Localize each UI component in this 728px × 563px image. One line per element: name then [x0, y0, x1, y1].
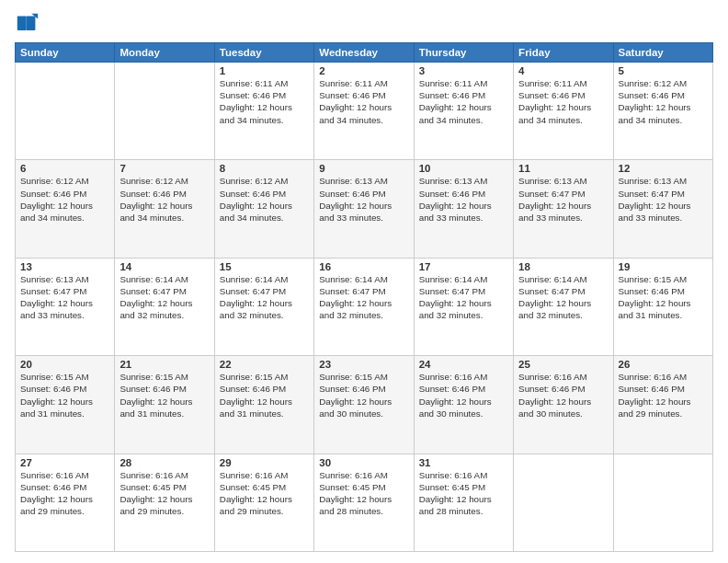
day-info: Sunrise: 6:11 AM Sunset: 6:46 PM Dayligh… [220, 77, 309, 126]
calendar-cell: 5Sunrise: 6:12 AM Sunset: 6:46 PM Daylig… [613, 63, 712, 160]
day-info: Sunrise: 6:14 AM Sunset: 6:47 PM Dayligh… [319, 273, 408, 322]
day-number: 26 [619, 359, 708, 370]
svg-rect-1 [17, 17, 27, 30]
day-number: 17 [419, 261, 508, 272]
day-number: 28 [119, 457, 209, 468]
day-info: Sunrise: 6:14 AM Sunset: 6:47 PM Dayligh… [119, 273, 209, 322]
calendar-week-row: 6Sunrise: 6:12 AM Sunset: 6:46 PM Daylig… [16, 160, 713, 258]
day-number: 8 [220, 163, 309, 174]
day-info: Sunrise: 6:13 AM Sunset: 6:47 PM Dayligh… [518, 175, 608, 224]
day-number: 30 [319, 457, 408, 468]
calendar-cell [613, 454, 712, 551]
day-number: 29 [220, 457, 309, 468]
day-number: 19 [619, 261, 708, 272]
day-number: 7 [119, 163, 209, 174]
day-number: 24 [419, 359, 508, 370]
calendar-cell: 15Sunrise: 6:14 AM Sunset: 6:47 PM Dayli… [214, 258, 313, 355]
day-number: 10 [419, 163, 508, 174]
day-info: Sunrise: 6:12 AM Sunset: 6:46 PM Dayligh… [220, 175, 309, 224]
day-info: Sunrise: 6:15 AM Sunset: 6:46 PM Dayligh… [319, 371, 408, 419]
calendar-cell: 2Sunrise: 6:11 AM Sunset: 6:46 PM Daylig… [314, 63, 414, 160]
day-number: 11 [518, 163, 608, 174]
calendar-week-row: 1Sunrise: 6:11 AM Sunset: 6:46 PM Daylig… [16, 63, 713, 160]
day-number: 2 [319, 65, 408, 76]
calendar-cell: 7Sunrise: 6:12 AM Sunset: 6:46 PM Daylig… [115, 160, 214, 258]
calendar-cell: 29Sunrise: 6:16 AM Sunset: 6:45 PM Dayli… [214, 454, 313, 551]
calendar-week-row: 13Sunrise: 6:13 AM Sunset: 6:47 PM Dayli… [16, 258, 713, 355]
day-info: Sunrise: 6:16 AM Sunset: 6:45 PM Dayligh… [220, 469, 309, 518]
calendar-cell: 22Sunrise: 6:15 AM Sunset: 6:46 PM Dayli… [214, 356, 313, 454]
calendar-cell: 19Sunrise: 6:15 AM Sunset: 6:46 PM Dayli… [613, 258, 712, 355]
calendar-cell: 10Sunrise: 6:13 AM Sunset: 6:46 PM Dayli… [414, 160, 513, 258]
calendar-cell: 21Sunrise: 6:15 AM Sunset: 6:46 PM Dayli… [115, 356, 214, 454]
calendar-cell: 28Sunrise: 6:16 AM Sunset: 6:45 PM Dayli… [115, 454, 214, 551]
day-number: 21 [119, 359, 209, 370]
day-info: Sunrise: 6:12 AM Sunset: 6:46 PM Dayligh… [20, 175, 109, 224]
day-info: Sunrise: 6:15 AM Sunset: 6:46 PM Dayligh… [619, 273, 708, 322]
day-info: Sunrise: 6:16 AM Sunset: 6:46 PM Dayligh… [619, 371, 708, 419]
calendar-cell: 27Sunrise: 6:16 AM Sunset: 6:46 PM Dayli… [16, 454, 115, 551]
day-number: 15 [220, 261, 309, 272]
day-number: 20 [20, 359, 109, 370]
calendar-cell: 12Sunrise: 6:13 AM Sunset: 6:47 PM Dayli… [613, 160, 712, 258]
day-info: Sunrise: 6:14 AM Sunset: 6:47 PM Dayligh… [419, 273, 508, 322]
day-number: 31 [419, 457, 508, 468]
weekday-header-sunday: Sunday [16, 43, 115, 63]
day-info: Sunrise: 6:11 AM Sunset: 6:46 PM Dayligh… [419, 77, 508, 126]
calendar-cell [115, 63, 214, 160]
svg-rect-2 [27, 17, 36, 30]
weekday-header-tuesday: Tuesday [214, 43, 313, 63]
day-info: Sunrise: 6:16 AM Sunset: 6:45 PM Dayligh… [419, 469, 508, 518]
day-number: 23 [319, 359, 408, 370]
day-number: 3 [419, 65, 508, 76]
calendar-cell: 9Sunrise: 6:13 AM Sunset: 6:46 PM Daylig… [314, 160, 414, 258]
logo [15, 11, 46, 37]
calendar-cell: 24Sunrise: 6:16 AM Sunset: 6:46 PM Dayli… [414, 356, 513, 454]
day-info: Sunrise: 6:11 AM Sunset: 6:46 PM Dayligh… [319, 77, 408, 126]
page: SundayMondayTuesdayWednesdayThursdayFrid… [0, 0, 728, 563]
day-info: Sunrise: 6:13 AM Sunset: 6:46 PM Dayligh… [419, 175, 508, 224]
calendar-cell [514, 454, 613, 551]
day-number: 5 [619, 65, 708, 76]
calendar-cell: 16Sunrise: 6:14 AM Sunset: 6:47 PM Dayli… [314, 258, 414, 355]
day-info: Sunrise: 6:11 AM Sunset: 6:46 PM Dayligh… [518, 77, 608, 126]
day-info: Sunrise: 6:12 AM Sunset: 6:46 PM Dayligh… [619, 77, 708, 126]
day-info: Sunrise: 6:13 AM Sunset: 6:47 PM Dayligh… [619, 175, 708, 224]
calendar-cell: 11Sunrise: 6:13 AM Sunset: 6:47 PM Dayli… [514, 160, 613, 258]
calendar-cell: 18Sunrise: 6:14 AM Sunset: 6:47 PM Dayli… [514, 258, 613, 355]
calendar-cell: 25Sunrise: 6:16 AM Sunset: 6:46 PM Dayli… [514, 356, 613, 454]
calendar-cell: 14Sunrise: 6:14 AM Sunset: 6:47 PM Dayli… [115, 258, 214, 355]
day-info: Sunrise: 6:16 AM Sunset: 6:45 PM Dayligh… [319, 469, 408, 518]
calendar-header-row: SundayMondayTuesdayWednesdayThursdayFrid… [16, 43, 713, 63]
calendar-cell: 4Sunrise: 6:11 AM Sunset: 6:46 PM Daylig… [514, 63, 613, 160]
calendar-table: SundayMondayTuesdayWednesdayThursdayFrid… [15, 42, 713, 552]
calendar-cell: 31Sunrise: 6:16 AM Sunset: 6:45 PM Dayli… [414, 454, 513, 551]
calendar-week-row: 27Sunrise: 6:16 AM Sunset: 6:46 PM Dayli… [16, 454, 713, 551]
weekday-header-friday: Friday [514, 43, 613, 63]
calendar-cell: 6Sunrise: 6:12 AM Sunset: 6:46 PM Daylig… [16, 160, 115, 258]
weekday-header-saturday: Saturday [613, 43, 712, 63]
day-number: 9 [319, 163, 408, 174]
day-number: 18 [518, 261, 608, 272]
day-info: Sunrise: 6:16 AM Sunset: 6:46 PM Dayligh… [20, 469, 109, 518]
day-number: 6 [20, 163, 109, 174]
day-info: Sunrise: 6:15 AM Sunset: 6:46 PM Dayligh… [20, 371, 109, 419]
day-info: Sunrise: 6:12 AM Sunset: 6:46 PM Dayligh… [119, 175, 209, 224]
calendar-cell: 13Sunrise: 6:13 AM Sunset: 6:47 PM Dayli… [16, 258, 115, 355]
weekday-header-wednesday: Wednesday [314, 43, 414, 63]
day-info: Sunrise: 6:16 AM Sunset: 6:46 PM Dayligh… [419, 371, 508, 419]
calendar-week-row: 20Sunrise: 6:15 AM Sunset: 6:46 PM Dayli… [16, 356, 713, 454]
logo-icon [15, 11, 40, 37]
day-info: Sunrise: 6:16 AM Sunset: 6:45 PM Dayligh… [119, 469, 209, 518]
day-number: 12 [619, 163, 708, 174]
calendar-cell: 23Sunrise: 6:15 AM Sunset: 6:46 PM Dayli… [314, 356, 414, 454]
weekday-header-monday: Monday [115, 43, 214, 63]
calendar-cell: 26Sunrise: 6:16 AM Sunset: 6:46 PM Dayli… [613, 356, 712, 454]
day-number: 13 [20, 261, 109, 272]
calendar-cell: 3Sunrise: 6:11 AM Sunset: 6:46 PM Daylig… [414, 63, 513, 160]
day-info: Sunrise: 6:14 AM Sunset: 6:47 PM Dayligh… [518, 273, 608, 322]
weekday-header-thursday: Thursday [414, 43, 513, 63]
day-number: 22 [220, 359, 309, 370]
day-info: Sunrise: 6:14 AM Sunset: 6:47 PM Dayligh… [220, 273, 309, 322]
calendar-cell: 17Sunrise: 6:14 AM Sunset: 6:47 PM Dayli… [414, 258, 513, 355]
